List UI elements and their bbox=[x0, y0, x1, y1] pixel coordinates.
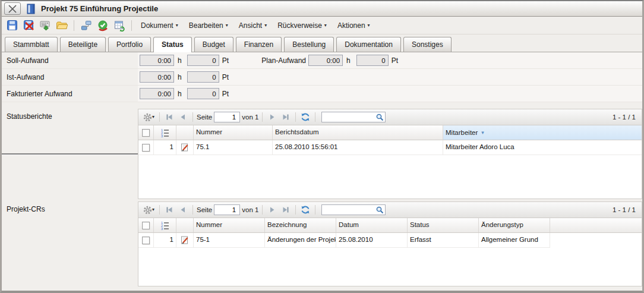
plan-aufwand-points-field[interactable] bbox=[356, 55, 389, 66]
grid-settings-button[interactable]: ▾ bbox=[142, 204, 156, 216]
toolbar-separator bbox=[74, 20, 74, 31]
chevron-down-icon: ▾ bbox=[152, 207, 154, 212]
toolbar-separator bbox=[131, 20, 132, 31]
column-header-berichtsdatum[interactable]: Berichtsdatum bbox=[273, 125, 443, 140]
soll-aufwand-hours-field[interactable] bbox=[140, 55, 174, 66]
hours-unit-label: h bbox=[178, 56, 182, 65]
column-header-datum[interactable]: Datum bbox=[336, 218, 408, 232]
column-header-bezeichnung[interactable]: Bezeichnung bbox=[265, 218, 336, 232]
approve-button[interactable] bbox=[96, 19, 109, 32]
column-header-mitarbeiter-sorted[interactable]: Mitarbeiter ▾ bbox=[443, 125, 642, 140]
next-page-button[interactable] bbox=[266, 111, 278, 123]
prev-page-button[interactable] bbox=[177, 111, 189, 123]
menu-label: Bearbeiten bbox=[189, 21, 223, 30]
open-folder-button[interactable] bbox=[55, 19, 68, 32]
column-header-filler bbox=[550, 218, 642, 232]
cell-status: Erfasst bbox=[408, 233, 479, 248]
select-all-header-cell bbox=[138, 125, 154, 140]
menu-dokument[interactable]: Dokument ▾ bbox=[137, 20, 182, 31]
numbered-list-icon: 1 2 3 bbox=[160, 220, 170, 230]
menu-ansicht[interactable]: Ansicht ▾ bbox=[235, 20, 270, 31]
last-page-button[interactable] bbox=[280, 111, 292, 123]
search-icon[interactable] bbox=[375, 206, 384, 215]
tab-beteiligte[interactable]: Beteiligte bbox=[60, 37, 106, 52]
form-row-soll-aufwand: Soll-Aufwand h Pt Plan-Aufwand h Pt bbox=[2, 52, 642, 69]
last-page-button[interactable] bbox=[280, 204, 292, 216]
cell-berichtsdatum: 25.08.2010 15:56:01 bbox=[273, 140, 443, 155]
structure-button[interactable] bbox=[80, 19, 93, 32]
document-window-icon bbox=[26, 3, 36, 15]
hours-unit-label: h bbox=[346, 56, 351, 65]
soll-aufwand-label: Soll-Aufwand bbox=[7, 56, 49, 65]
column-header-nummer[interactable]: Nummer bbox=[194, 218, 265, 232]
last-page-icon bbox=[281, 205, 291, 215]
refresh-button[interactable] bbox=[299, 111, 311, 123]
grid-toolbar-separator bbox=[295, 205, 296, 215]
grid-toolbar-separator bbox=[315, 112, 315, 122]
ist-aufwand-points-field[interactable] bbox=[187, 71, 219, 83]
edit-column-header-cell bbox=[176, 125, 194, 140]
grid-settings-button[interactable]: ▾ bbox=[142, 112, 156, 123]
row-checkbox[interactable] bbox=[142, 237, 150, 244]
statusbericht-table-row[interactable]: 1 75.1 25.08.2010 15:56:01 Mitarbeiter A… bbox=[138, 140, 642, 155]
page-number-input[interactable] bbox=[214, 112, 240, 122]
page-number-input[interactable] bbox=[214, 204, 240, 215]
row-checkbox[interactable] bbox=[142, 144, 150, 152]
fakturierter-aufwand-fields: h Pt bbox=[138, 86, 642, 102]
first-page-button[interactable] bbox=[163, 111, 175, 123]
points-unit-label: Pt bbox=[222, 73, 229, 81]
search-input[interactable] bbox=[322, 206, 375, 214]
fakturierter-aufwand-points-field[interactable] bbox=[187, 88, 219, 99]
soll-aufwand-fields: h Pt Plan-Aufwand h Pt bbox=[138, 52, 642, 68]
menu-aktionen[interactable]: Aktionen ▾ bbox=[334, 20, 374, 31]
fakturierter-aufwand-label: Fakturierter Aufwand bbox=[7, 90, 72, 98]
edit-icon[interactable] bbox=[180, 143, 190, 152]
tab-portfolio[interactable]: Portfolio bbox=[108, 37, 151, 52]
tab-sonstiges[interactable]: Sonstiges bbox=[403, 37, 452, 52]
report-button[interactable] bbox=[113, 19, 126, 32]
save-button[interactable] bbox=[5, 19, 18, 32]
plan-aufwand-hours-field[interactable] bbox=[308, 55, 343, 66]
select-all-checkbox[interactable] bbox=[142, 222, 150, 229]
next-page-button[interactable] bbox=[266, 204, 278, 216]
tab-stammblatt[interactable]: Stammblatt bbox=[5, 37, 58, 52]
first-page-button[interactable] bbox=[163, 204, 175, 216]
prev-page-button[interactable] bbox=[177, 204, 189, 216]
edit-icon[interactable] bbox=[180, 235, 190, 245]
prev-page-icon bbox=[178, 112, 188, 122]
column-header-aenderungstyp[interactable]: Änderungstyp bbox=[479, 218, 550, 232]
next-page-icon bbox=[267, 112, 277, 122]
statusberichte-header-row: 1 2 3 Nummer Berichtsdatum Mitarbeiter ▾ bbox=[138, 125, 642, 140]
tab-budget[interactable]: Budget bbox=[194, 37, 233, 52]
ist-aufwand-fields: h Pt bbox=[138, 69, 642, 85]
tab-bestellung[interactable]: Bestellung bbox=[284, 37, 334, 52]
select-all-checkbox[interactable] bbox=[142, 129, 150, 137]
tab-finanzen[interactable]: Finanzen bbox=[236, 37, 282, 52]
ist-aufwand-hours-field[interactable] bbox=[140, 71, 174, 83]
import-button[interactable] bbox=[39, 19, 52, 32]
tab-dokumentation[interactable]: Dokumentation bbox=[336, 37, 401, 52]
grid-toolbar-separator bbox=[295, 112, 296, 122]
row-number-header-cell[interactable]: 1 2 3 bbox=[154, 218, 176, 232]
search-icon[interactable] bbox=[375, 113, 384, 122]
grid-toolbar-separator bbox=[159, 112, 160, 122]
row-number-header-cell[interactable]: 1 2 3 bbox=[154, 125, 176, 140]
projekt-cr-table-row[interactable]: 1 75-1 Änderungen der Projekt 25.08.2010… bbox=[138, 233, 642, 248]
menu-rueckverweise[interactable]: Rückverweise ▾ bbox=[274, 20, 330, 31]
column-header-status[interactable]: Status bbox=[408, 218, 479, 232]
close-button[interactable] bbox=[4, 2, 21, 15]
fakturierter-aufwand-hours-field[interactable] bbox=[140, 88, 174, 99]
page-label: Seite bbox=[197, 114, 212, 121]
save-icon bbox=[7, 20, 18, 31]
menu-bearbeiten[interactable]: Bearbeiten ▾ bbox=[185, 20, 232, 31]
form-row-ist-aufwand: Ist-Aufwand h Pt bbox=[2, 69, 642, 86]
delete-button[interactable] bbox=[22, 19, 35, 32]
hours-unit-label: h bbox=[178, 73, 182, 81]
search-input[interactable] bbox=[322, 113, 375, 121]
org-chart-icon bbox=[80, 20, 92, 31]
column-header-nummer[interactable]: Nummer bbox=[194, 125, 273, 140]
refresh-button[interactable] bbox=[299, 204, 311, 216]
tab-status[interactable]: Status bbox=[153, 37, 192, 52]
soll-aufwand-points-field[interactable] bbox=[187, 55, 219, 66]
grid-toolbar-separator bbox=[262, 205, 263, 215]
